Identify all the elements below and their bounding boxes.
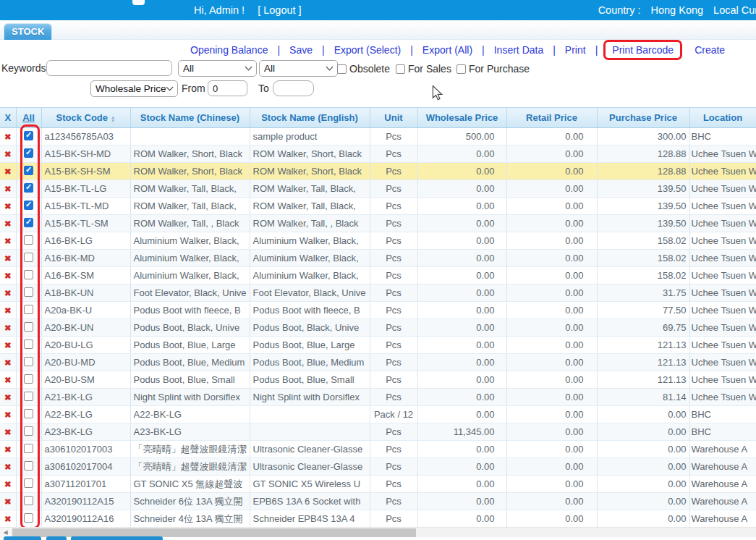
cell-unit: Pcs	[370, 302, 417, 319]
price-to-input[interactable]	[273, 80, 314, 96]
row-checkbox[interactable]	[24, 322, 33, 332]
delete-row-icon[interactable]: ✖	[4, 358, 12, 367]
toolbar-link-opening-balance[interactable]: Opening Balance	[190, 44, 268, 56]
delete-row-icon[interactable]: ✖	[4, 167, 12, 176]
country-currency-bar: Country : Hong Kong Local Curr	[591, 4, 756, 16]
toolbar-link-save[interactable]: Save	[289, 44, 313, 56]
row-checkbox[interactable]	[24, 426, 33, 436]
header-purchase-price[interactable]: Purchase Price	[597, 108, 689, 128]
header-delete-all[interactable]: X	[0, 108, 16, 128]
cell-stock-code: a306102017003	[41, 441, 130, 458]
row-checkbox[interactable]	[24, 201, 33, 210]
row-checkbox[interactable]	[24, 374, 33, 384]
delete-row-icon[interactable]: ✖	[4, 306, 12, 315]
toolbar-link-insert-data[interactable]: Insert Data	[494, 44, 543, 56]
cell-name-english: Aluminium Walker, Black,	[250, 250, 370, 267]
cell-purchase-price: 139.50	[597, 198, 689, 215]
delete-row-icon[interactable]: ✖	[4, 428, 12, 436]
delete-row-icon[interactable]: ✖	[4, 515, 12, 523]
delete-row-icon[interactable]: ✖	[4, 463, 12, 471]
delete-row-icon[interactable]: ✖	[4, 341, 12, 350]
row-checkbox[interactable]	[24, 183, 33, 193]
cell-retail-price: 0.00	[506, 284, 597, 302]
price-type-select[interactable]: Wholesale Price	[90, 80, 178, 97]
delete-row-icon[interactable]: ✖	[4, 497, 12, 506]
cell-name-chinese	[130, 128, 250, 145]
row-checkbox[interactable]	[24, 305, 33, 314]
checkbox[interactable]	[396, 64, 405, 74]
cell-retail-price: 0.00	[506, 389, 597, 406]
delete-row-icon[interactable]: ✖	[4, 324, 12, 332]
cell-retail-price: 0.00	[506, 319, 597, 337]
delete-row-icon[interactable]: ✖	[4, 237, 12, 245]
keywords-input[interactable]	[46, 60, 172, 76]
row-checkbox[interactable]	[24, 409, 33, 418]
cell-stock-code: A20a-BK-U	[41, 302, 130, 319]
delete-row-icon[interactable]: ✖	[4, 271, 12, 280]
delete-row-icon[interactable]: ✖	[4, 254, 12, 263]
checkbox[interactable]	[456, 64, 466, 74]
cell-name-english: EPB6S 13A 6 Socket with	[250, 493, 370, 510]
cell-purchase-price: 300.00	[597, 128, 689, 145]
bottom-button-partial[interactable]	[4, 536, 41, 540]
row-checkbox[interactable]	[24, 235, 33, 245]
header-location[interactable]: Location	[689, 108, 756, 128]
delete-row-icon[interactable]: ✖	[4, 202, 12, 211]
toolbar-link-create[interactable]: Create	[695, 44, 725, 56]
row-checkbox[interactable]	[24, 218, 33, 227]
bottom-button-partial[interactable]	[71, 536, 163, 540]
delete-row-icon[interactable]: ✖	[4, 410, 12, 419]
checkbox[interactable]	[337, 64, 347, 74]
delete-row-icon[interactable]: ✖	[4, 393, 12, 402]
cell-wholesale-price: 0.00	[417, 267, 506, 284]
row-checkbox[interactable]	[24, 461, 33, 471]
row-checkbox[interactable]	[24, 287, 33, 297]
header-stock-code[interactable]: Stock Code▲▼	[41, 108, 130, 128]
table-row: ✖ a30711201701 GT SONIC X5 無線超聲波 GT SONI…	[0, 476, 756, 493]
header-select-all[interactable]: All	[16, 108, 41, 128]
row-checkbox[interactable]	[24, 392, 33, 401]
toolbar-link-export-select-[interactable]: Export (Select)	[334, 44, 402, 56]
delete-row-icon[interactable]: ✖	[4, 480, 12, 489]
row-checkbox[interactable]	[24, 148, 33, 158]
delete-row-icon[interactable]: ✖	[4, 150, 12, 159]
row-checkbox[interactable]	[24, 478, 33, 488]
tab-stock[interactable]: STOCK	[4, 23, 52, 40]
price-from-input[interactable]	[208, 80, 247, 96]
cell-name-chinese: ROM Walker, Tall, Black,	[130, 198, 250, 215]
toolbar-link-print-barcode[interactable]: Print Barcode	[603, 40, 682, 60]
logout-link[interactable]: [ Logout ]	[258, 4, 301, 16]
row-checkbox[interactable]	[24, 444, 33, 453]
category-select-2[interactable]: All	[259, 60, 338, 77]
row-checkbox[interactable]	[24, 253, 33, 262]
bottom-button-partial[interactable]	[46, 536, 67, 540]
header-retail-price[interactable]: Retail Price	[506, 108, 597, 128]
header-stock-name-english[interactable]: Stock Name (English)	[250, 108, 370, 128]
header-unit[interactable]: Unit	[370, 108, 417, 128]
row-checkbox[interactable]	[24, 513, 33, 523]
delete-row-icon[interactable]: ✖	[4, 289, 12, 298]
row-checkbox[interactable]	[24, 131, 33, 140]
table-row: ✖ A21-BK-LG Night Splint with Dorsiflex …	[0, 389, 756, 406]
delete-row-icon[interactable]: ✖	[4, 376, 12, 384]
row-checkbox[interactable]	[24, 166, 33, 175]
table-row: ✖ A22-BK-LG A22-BK-LG Pack / 12 0.00 0.0…	[0, 406, 756, 423]
row-checkbox[interactable]	[24, 270, 33, 279]
cell-wholesale-price: 0.00	[417, 458, 506, 476]
delete-row-icon[interactable]: ✖	[4, 219, 12, 228]
category-select-1[interactable]: All	[178, 60, 257, 77]
header-wholesale-price[interactable]: Wholesale Price	[417, 108, 506, 128]
delete-row-icon[interactable]: ✖	[4, 132, 12, 141]
row-checkbox[interactable]	[24, 357, 33, 366]
toolbar-link-export-all-[interactable]: Export (All)	[422, 44, 472, 56]
cell-location: Uchee Tsuen W	[689, 232, 756, 250]
cell-name-english	[250, 406, 370, 423]
delete-row-icon[interactable]: ✖	[4, 445, 12, 454]
toolbar-link-print[interactable]: Print	[565, 44, 586, 56]
cell-stock-code: A18-BK-UN	[41, 284, 130, 302]
cell-retail-price: 0.00	[506, 267, 597, 284]
row-checkbox[interactable]	[24, 339, 33, 349]
row-checkbox[interactable]	[24, 496, 33, 505]
delete-row-icon[interactable]: ✖	[4, 185, 12, 193]
header-stock-name-chinese[interactable]: Stock Name (Chinese)	[130, 108, 250, 128]
